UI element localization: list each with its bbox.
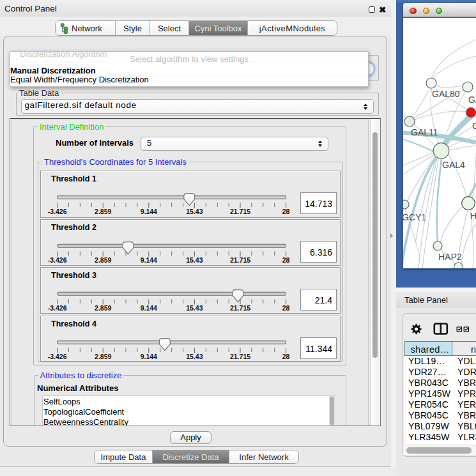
svg-text:GAL80: GAL80 <box>432 89 460 99</box>
svg-text:GA: GA <box>468 95 476 105</box>
svg-text:C: C <box>472 121 476 131</box>
svg-text:GCY1: GCY1 <box>403 212 426 222</box>
svg-text:GAL4: GAL4 <box>442 160 465 170</box>
svg-text:GAL11: GAL11 <box>411 127 438 137</box>
svg-text:HAP2: HAP2 <box>438 252 462 262</box>
svg-text:H: H <box>470 211 476 221</box>
